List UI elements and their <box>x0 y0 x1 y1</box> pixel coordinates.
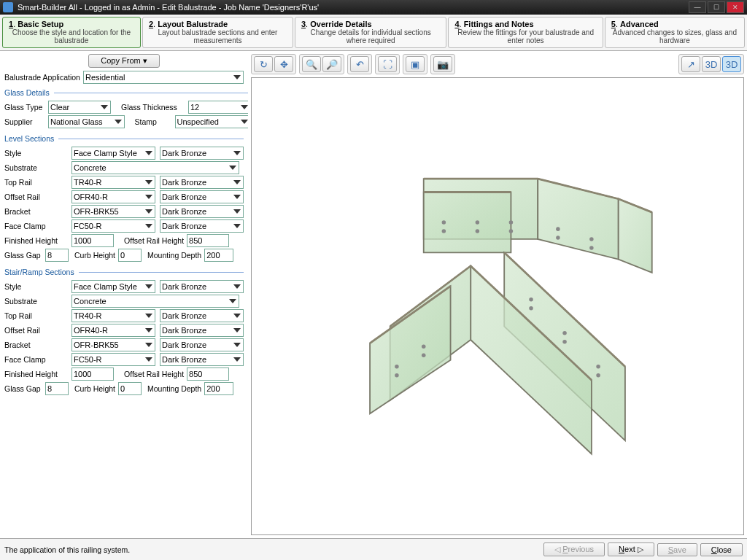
stair-bracket-color-select[interactable]: Dark Bronze <box>160 338 244 351</box>
zoom-in-icon[interactable]: 🔍 <box>302 56 321 72</box>
level-faceClamp-label: Face Clamp <box>4 222 71 230</box>
svg-point-9 <box>442 229 446 233</box>
stair-substrate-select[interactable]: Concrete <box>71 295 239 308</box>
stair-glass-gap-label: Glass Gap <box>4 384 45 393</box>
level-offset-rail-height-input[interactable] <box>187 234 229 247</box>
glass-type-label: Glass Type <box>4 103 48 112</box>
stair-topRail-color-select[interactable]: Dark Bronze <box>160 309 244 322</box>
level-curb-height-label: Curb Height <box>74 251 115 260</box>
copy-from-button[interactable]: Copy From ▾ <box>88 54 159 68</box>
level-sections-group: Level Sections StyleFace Clamp StyleDark… <box>4 134 244 263</box>
view-3d-icon[interactable]: 3D <box>702 56 721 72</box>
stair-style-color-select[interactable]: Dark Bronze <box>160 280 244 293</box>
glass-type-select[interactable]: Clear <box>48 101 111 114</box>
level-faceClamp-select[interactable]: FC50-R <box>71 219 155 233</box>
stair-faceClamp-label: Face Clamp <box>4 355 71 364</box>
supplier-select[interactable]: National Glass <box>48 115 125 128</box>
svg-marker-2 <box>424 192 511 253</box>
supplier-label: Supplier <box>4 117 48 126</box>
level-style-select[interactable]: Face Clamp Style <box>71 147 155 160</box>
level-offsetRail-label: Offset Rail <box>4 192 71 201</box>
glass-thickness-select[interactable]: 12 <box>188 101 248 114</box>
level-bracket-label: Bracket <box>4 207 71 216</box>
close-button[interactable]: Close <box>700 543 743 556</box>
stair-offsetRail-label: Offset Rail <box>4 326 71 335</box>
stair-curb-height-input[interactable] <box>118 382 142 395</box>
glass-details-group: Glass Details Glass Type Clear Glass Thi… <box>4 88 248 130</box>
level-topRail-color-select[interactable]: Dark Bronze <box>160 176 244 189</box>
svg-point-26 <box>395 365 399 369</box>
stair-curb-height-label: Curb Height <box>74 384 115 393</box>
balustrade-app-label: Balustrade Application <box>4 73 83 82</box>
level-bracket-color-select[interactable]: Dark Bronze <box>160 205 244 218</box>
svg-point-10 <box>476 220 480 225</box>
stair-faceClamp-select[interactable]: FC50-R <box>71 353 155 366</box>
app-icon <box>3 2 13 12</box>
level-topRail-select[interactable]: TR40-R <box>71 176 155 189</box>
level-style-color-select[interactable]: Dark Bronze <box>160 147 244 160</box>
tab-basic-setup[interactable]: 1. Basic Setup Choose the style and loca… <box>2 17 141 48</box>
level-mounting-depth-input[interactable] <box>204 249 233 262</box>
tab-layout[interactable]: 2. Layout Balustrade Layout balustrade s… <box>142 17 293 48</box>
viewport-toolbar: ↻ ✥ 🔍 🔎 ↶ ⛶ ▣ 📷 ↗ 3D 3D <box>249 52 746 76</box>
stair-finished-height-input[interactable] <box>71 368 114 381</box>
right-panel: ↻ ✥ 🔍 🔎 ↶ ⛶ ▣ 📷 ↗ 3D 3D <box>248 51 747 538</box>
svg-point-24 <box>422 344 426 349</box>
status-text: The application of this railing system. <box>4 545 541 554</box>
titlebar: Smart-Builder All - Logged in as Admin -… <box>0 0 747 15</box>
level-glass-gap-label: Glass Gap <box>4 251 45 260</box>
svg-point-22 <box>596 365 600 369</box>
svg-point-18 <box>529 298 533 302</box>
stair-offsetRail-color-select[interactable]: Dark Bronze <box>160 324 244 337</box>
level-finished-height-input[interactable] <box>71 234 114 247</box>
zoom-out-icon[interactable]: 🔎 <box>322 56 341 72</box>
level-substrate-label: Substrate <box>4 163 71 172</box>
svg-point-23 <box>596 373 600 378</box>
view-3d-shaded-icon[interactable]: 3D <box>722 56 741 72</box>
snap-icon[interactable]: ▣ <box>406 56 425 72</box>
glass-thickness-label: Glass Thickness <box>121 103 188 112</box>
view-plan-icon[interactable]: ↗ <box>681 56 700 72</box>
stair-topRail-select[interactable]: TR40-R <box>71 309 155 322</box>
pan-icon[interactable]: ✥ <box>274 56 293 72</box>
stair-substrate-label: Substrate <box>4 297 71 306</box>
footer: The application of this railing system. … <box>0 538 747 560</box>
stair-faceClamp-color-select[interactable]: Dark Bronze <box>160 353 244 366</box>
balustrade-app-select[interactable]: Residential <box>83 71 244 84</box>
stair-style-select[interactable]: Face Clamp Style <box>71 280 155 293</box>
next-button[interactable]: Next ▷ <box>608 542 654 556</box>
tab-override[interactable]: 3. Override Details Change details for i… <box>295 17 446 48</box>
svg-point-14 <box>556 227 560 231</box>
fit-icon[interactable]: ⛶ <box>378 56 397 72</box>
viewport-3d[interactable] <box>251 77 744 535</box>
orbit-icon[interactable]: ↻ <box>254 56 273 72</box>
level-offsetRail-color-select[interactable]: Dark Bronze <box>160 190 244 203</box>
svg-point-11 <box>476 229 480 233</box>
save-button[interactable]: Save <box>657 543 697 556</box>
tab-fittings[interactable]: 4. Fittings and Notes Review the fitting… <box>448 17 603 48</box>
stair-glass-gap-input[interactable] <box>45 382 69 395</box>
level-style-label: Style <box>4 149 71 158</box>
level-faceClamp-color-select[interactable]: Dark Bronze <box>160 219 244 233</box>
stamp-select[interactable]: Unspecified <box>175 115 249 128</box>
svg-point-16 <box>589 237 594 241</box>
window-title: Smart-Builder All - Logged in as Admin -… <box>18 3 687 12</box>
level-bracket-select[interactable]: OFR-BRK55 <box>71 205 155 218</box>
stair-offset-rail-height-input[interactable] <box>187 368 229 381</box>
previous-button[interactable]: ◁ Previous <box>543 542 605 556</box>
level-glass-gap-input[interactable] <box>45 249 69 262</box>
level-finished-height-label: Finished Height <box>4 236 71 245</box>
camera-icon[interactable]: 📷 <box>433 56 452 72</box>
level-substrate-select[interactable]: Concrete <box>71 161 239 174</box>
stair-bracket-select[interactable]: OFR-BRK55 <box>71 338 155 351</box>
level-curb-height-input[interactable] <box>118 249 142 262</box>
maximize-button[interactable]: ☐ <box>708 1 725 13</box>
minimize-button[interactable]: — <box>689 1 706 13</box>
undo-icon[interactable]: ↶ <box>350 56 369 72</box>
close-window-button[interactable]: ✕ <box>727 1 744 13</box>
level-offsetRail-select[interactable]: OFR40-R <box>71 190 155 203</box>
stair-offsetRail-select[interactable]: OFR40-R <box>71 324 155 337</box>
stair-mounting-depth-input[interactable] <box>204 382 233 395</box>
stair-mounting-depth-label: Mounting Depth <box>147 384 201 393</box>
tab-advanced[interactable]: 5. Advanced Advanced changes to sizes, g… <box>605 17 745 48</box>
